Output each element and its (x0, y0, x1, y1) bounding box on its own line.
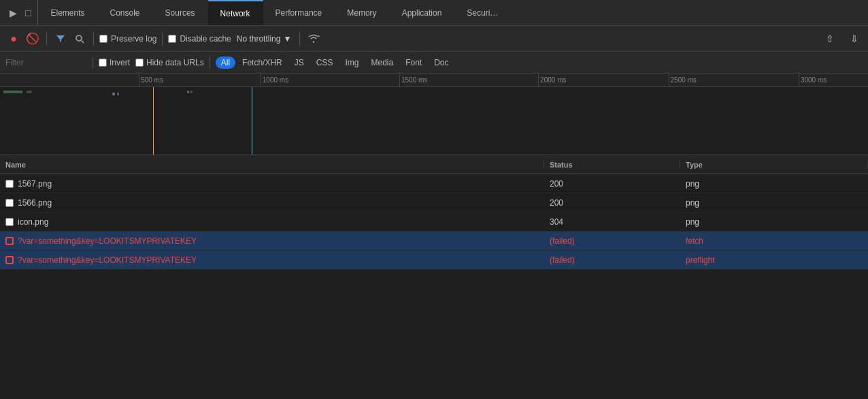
svg-line-1 (82, 40, 84, 43)
separator-3 (162, 32, 163, 46)
ruler-tick: 3000 ms (799, 74, 827, 86)
cell-type: preflight (680, 255, 868, 265)
filter-input[interactable] (5, 58, 87, 67)
cell-type: png (680, 198, 868, 208)
table-header: Name Status Type (0, 155, 868, 174)
table-row[interactable]: 1567.png200png (0, 174, 868, 193)
row-error-checkbox[interactable] (5, 237, 14, 245)
mini-bars-2 (112, 93, 119, 95)
type-btn-font[interactable]: Font (400, 57, 427, 69)
dom-content-loaded-line (153, 87, 154, 155)
cell-status: (failed) (544, 255, 680, 265)
separator-2 (93, 32, 94, 46)
hide-data-urls-label[interactable]: Hide data URLs (135, 58, 204, 67)
mini-bars-3 (187, 91, 193, 93)
col-name: Name (0, 161, 544, 169)
type-btn-media[interactable]: Media (365, 57, 399, 69)
cell-type: png (680, 179, 868, 189)
filter-sep-2 (210, 57, 210, 68)
export-har-button[interactable]: ⇩ (846, 31, 863, 47)
clear-button[interactable]: 🚫 (24, 31, 41, 47)
preserve-log-checkbox[interactable] (99, 35, 107, 43)
cell-name: 1567.png (0, 179, 544, 189)
row-name-text: icon.png (18, 217, 48, 227)
type-btn-fetch-xhr[interactable]: Fetch/XHR (237, 57, 288, 69)
ruler-tick: 1500 ms (399, 74, 427, 86)
cell-name: ?var=something&key=LOOKITSMYPRIVATEKEY (0, 255, 544, 265)
filter-bar: Invert Hide data URLs AllFetch/XHRJSCSSI… (0, 52, 868, 74)
search-button[interactable] (71, 31, 88, 47)
svg-line-3 (318, 35, 320, 37)
mini-bars (3, 91, 32, 93)
preserve-log-label[interactable]: Preserve log (99, 34, 156, 44)
throttle-dropdown[interactable]: No throttling ▼ (234, 33, 295, 45)
tab-sources[interactable]: Sources (153, 0, 208, 25)
cell-status: 304 (544, 217, 680, 227)
ruler-tick: 2000 ms (538, 74, 566, 86)
tab-network[interactable]: Network (208, 0, 263, 25)
type-btn-img[interactable]: Img (339, 57, 364, 69)
load-line (252, 87, 252, 155)
type-btn-doc[interactable]: Doc (429, 57, 454, 69)
table-rows: 1567.png200png1566.png200pngicon.png304p… (0, 174, 868, 270)
tab-console[interactable]: Console (98, 0, 153, 25)
tab-performance[interactable]: Performance (263, 0, 335, 25)
timeline-ruler: 500 ms1000 ms1500 ms2000 ms2500 ms3000 m… (0, 74, 868, 87)
disable-cache-label[interactable]: Disable cache (168, 34, 231, 44)
timeline-area: 500 ms1000 ms1500 ms2000 ms2500 ms3000 m… (0, 74, 868, 155)
cell-name: icon.png (0, 217, 544, 227)
table-row[interactable]: ?var=something&key=LOOKITSMYPRIVATEKEY(f… (0, 251, 868, 270)
filter-button[interactable] (52, 31, 69, 47)
import-har-button[interactable]: ⇧ (822, 31, 838, 47)
cursor-icon[interactable]: ▶ (8, 6, 18, 20)
tab-application[interactable]: Application (390, 0, 455, 25)
row-error-checkbox[interactable] (5, 256, 14, 264)
box-icon[interactable]: □ (24, 6, 32, 20)
hide-data-urls-checkbox[interactable] (135, 59, 144, 67)
invert-checkbox[interactable] (99, 59, 107, 67)
cell-name: ?var=something&key=LOOKITSMYPRIVATEKEY (0, 236, 544, 246)
svg-point-0 (76, 35, 82, 41)
network-conditions-button[interactable] (305, 31, 322, 47)
toolbar: ● 🚫 Preserve log Disable cache No thrott… (0, 26, 868, 52)
chevron-down-icon: ▼ (283, 34, 291, 44)
col-status: Status (544, 161, 680, 169)
cell-status: (failed) (544, 236, 680, 246)
tab-memory[interactable]: Memory (335, 0, 389, 25)
type-btn-css[interactable]: CSS (311, 57, 339, 69)
svg-point-2 (313, 41, 314, 42)
row-checkbox[interactable] (5, 218, 14, 226)
separator-1 (46, 32, 47, 46)
row-checkbox[interactable] (5, 199, 14, 207)
row-name-text: 1566.png (18, 198, 52, 208)
cell-status: 200 (544, 198, 680, 208)
table-row[interactable]: icon.png304png (0, 212, 868, 232)
devtools-icons: ▶ □ (3, 0, 38, 25)
filter-sep-1 (93, 57, 93, 68)
top-tabs: Elements Console Sources Network Perform… (38, 0, 865, 25)
har-buttons: ⇧ ⇩ (822, 31, 863, 47)
type-btn-all[interactable]: All (216, 57, 235, 69)
type-filter-buttons: AllFetch/XHRJSCSSImgMediaFontDoc (216, 57, 454, 69)
ruler-tick: 1000 ms (261, 74, 288, 86)
tab-security[interactable]: Securi… (454, 0, 511, 25)
cell-type: png (680, 217, 868, 227)
type-btn-js[interactable]: JS (289, 57, 310, 69)
col-type: Type (680, 161, 868, 169)
invert-label[interactable]: Invert (99, 58, 130, 67)
disable-cache-checkbox[interactable] (168, 35, 176, 43)
row-name-text: ?var=something&key=LOOKITSMYPRIVATEKEY (18, 236, 197, 246)
cell-type: fetch (680, 236, 868, 246)
row-checkbox[interactable] (5, 180, 14, 188)
top-nav-bar: ▶ □ Elements Console Sources Network Per… (0, 0, 868, 26)
table-row[interactable]: ?var=something&key=LOOKITSMYPRIVATEKEY(f… (0, 232, 868, 251)
cell-status: 200 (544, 179, 680, 189)
ruler-tick: 2500 ms (669, 74, 697, 86)
cell-name: 1566.png (0, 198, 544, 208)
record-button[interactable]: ● (5, 31, 22, 47)
network-table: Name Status Type 1567.png200png1566.png2… (0, 155, 868, 270)
timeline-chart (0, 87, 868, 155)
separator-4 (299, 32, 300, 46)
tab-elements[interactable]: Elements (38, 0, 97, 25)
table-row[interactable]: 1566.png200png (0, 193, 868, 212)
